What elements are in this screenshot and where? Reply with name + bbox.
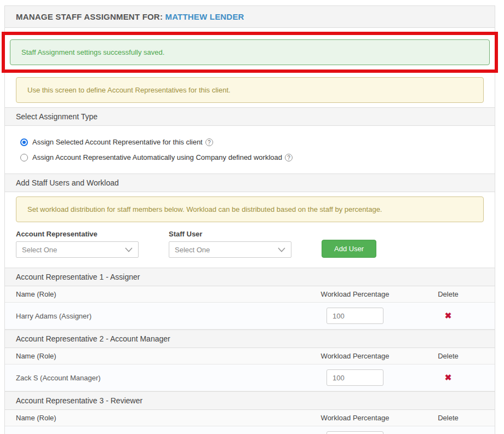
account-representative-select-value: Select One (22, 246, 57, 254)
column-name-role: Name (Role) (16, 290, 297, 298)
add-staff-form: Account Representative Select One Staff … (5, 222, 495, 268)
help-icon[interactable]: ? (205, 138, 213, 146)
rep-group-2: Account Representative 2 - Account Manag… (5, 329, 495, 391)
chevron-down-icon (278, 247, 285, 252)
column-workload: Workload Percentage (297, 414, 413, 422)
column-delete: Delete (413, 352, 484, 360)
radio-option-automatic-rep-label: Assign Account Representative Automatica… (32, 153, 282, 161)
radio-option-selected-rep-label: Assign Selected Account Representative f… (32, 138, 203, 146)
success-alert-text: Staff Assignment settings successfully s… (21, 48, 164, 56)
account-representative-select[interactable]: Select One (16, 241, 139, 258)
rep-group-2-title: Account Representative 2 - Account Manag… (5, 329, 495, 348)
table-row: Account Manager User 1 (Account Manager)… (5, 426, 495, 434)
delete-icon[interactable]: ✖ (445, 373, 452, 382)
page-title: MANAGE STAFF ASSIGNMENT FOR: MATTHEW LEN… (5, 6, 495, 28)
section-select-assignment-type: Select Assignment Type (5, 107, 495, 126)
info-alert: Use this screen to define Account Repres… (16, 77, 484, 103)
success-alert: Staff Assignment settings successfully s… (10, 39, 490, 65)
highlight-annotation: Staff Assignment settings successfully s… (2, 32, 498, 73)
table-row: Zack S (Account Manager) ✖ (5, 364, 495, 391)
staff-user-select[interactable]: Select One (169, 241, 291, 258)
section-add-staff-users: Add Staff Users and Workload (5, 173, 495, 192)
column-workload: Workload Percentage (297, 290, 413, 298)
table-row: Harry Adams (Assigner) ✖ (5, 303, 495, 329)
table-header: Name (Role) Workload Percentage Delete (5, 286, 495, 303)
staff-name: Zack S (Account Manager) (16, 374, 297, 382)
workload-percentage-input[interactable] (327, 431, 383, 434)
workload-percentage-input[interactable] (327, 308, 383, 324)
staff-user-select-value: Select One (175, 246, 210, 254)
column-delete: Delete (413, 414, 484, 422)
column-name-role: Name (Role) (16, 414, 297, 422)
table-header: Name (Role) Workload Percentage Delete (5, 348, 495, 364)
chevron-down-icon (125, 247, 133, 252)
column-workload: Workload Percentage (297, 352, 413, 360)
rep-group-3-title: Account Representative 3 - Reviewer (5, 391, 495, 410)
table-header: Name (Role) Workload Percentage Delete (5, 410, 495, 426)
account-representative-field: Account Representative Select One (16, 230, 139, 258)
staff-name: Harry Adams (Assigner) (16, 312, 297, 320)
rep-group-1: Account Representative 1 - Assigner Name… (5, 268, 495, 329)
section-add-staff-users-label: Add Staff Users and Workload (16, 178, 119, 187)
help-icon[interactable]: ? (285, 154, 293, 161)
column-delete: Delete (413, 290, 484, 298)
manage-staff-assignment-panel: MANAGE STAFF ASSIGNMENT FOR: MATTHEW LEN… (4, 5, 495, 434)
section-select-assignment-type-label: Select Assignment Type (16, 112, 98, 121)
page-title-text: MANAGE STAFF ASSIGNMENT FOR: (16, 12, 163, 21)
add-user-button[interactable]: Add User (322, 240, 376, 258)
radio-option-automatic-rep[interactable]: Assign Account Representative Automatica… (20, 153, 484, 161)
column-name-role: Name (Role) (16, 352, 297, 360)
client-name: MATTHEW LENDER (165, 12, 244, 21)
account-representative-label: Account Representative (16, 230, 139, 238)
radio-option-selected-rep[interactable]: Assign Selected Account Representative f… (20, 138, 484, 146)
assignment-type-options: Assign Selected Account Representative f… (5, 126, 495, 173)
workload-note-alert: Set workload distribution for staff memb… (16, 196, 484, 222)
rep-group-3: Account Representative 3 - Reviewer Name… (5, 391, 495, 434)
staff-user-field: Staff User Select One (169, 230, 291, 258)
delete-icon[interactable]: ✖ (445, 311, 452, 320)
workload-percentage-input[interactable] (327, 369, 383, 386)
radio-button-unchecked[interactable] (20, 154, 28, 161)
info-alert-text: Use this screen to define Account Repres… (27, 86, 231, 94)
workload-note-text: Set workload distribution for staff memb… (27, 205, 382, 213)
radio-button-checked[interactable] (20, 138, 28, 146)
rep-group-1-title: Account Representative 1 - Assigner (5, 268, 495, 286)
staff-user-label: Staff User (169, 230, 291, 238)
